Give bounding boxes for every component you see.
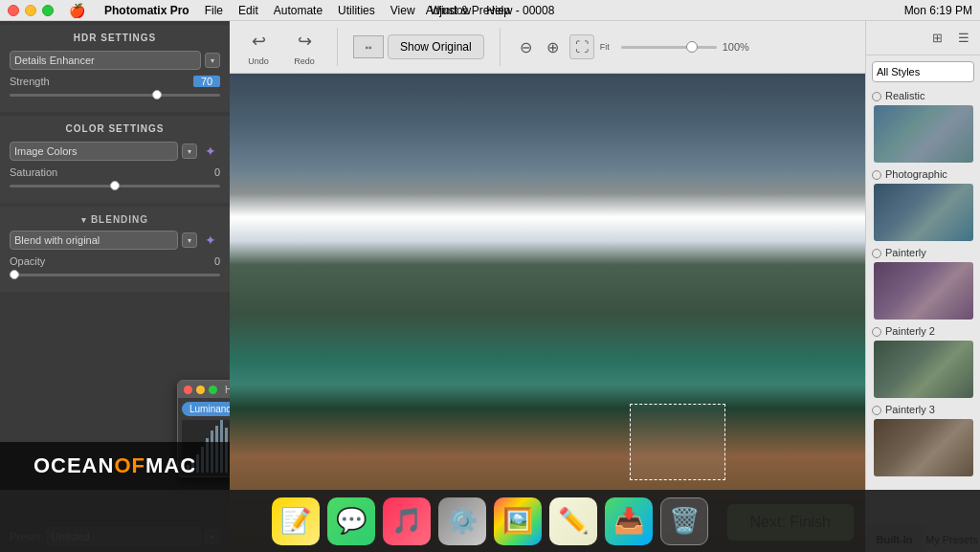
style-painterly2-row: Painterly 2 (866, 323, 980, 341)
right-panel: ⊞ ☰ All Styles Realistic Photographic Pa… (865, 21, 980, 552)
saturation-slider-thumb[interactable] (110, 181, 120, 190)
hdr-select-arrow[interactable]: ▾ (205, 53, 220, 68)
style-painterly2-radio[interactable] (872, 327, 881, 337)
minimize-button[interactable] (25, 5, 36, 16)
menu-automate[interactable]: Automate (274, 4, 323, 17)
hdr-preset-select[interactable]: Details Enhancer (10, 51, 201, 70)
all-styles-dropdown[interactable]: All Styles (872, 61, 974, 82)
histogram-tab-luminance[interactable]: Luminance (182, 402, 230, 416)
menu-file[interactable]: File (205, 4, 223, 17)
dock-messages-icon[interactable]: 💬 (327, 497, 375, 545)
dock-trash-icon[interactable]: 🗑️ (660, 497, 708, 545)
style-realistic-label: Realistic (885, 90, 925, 101)
fit-label: Fit (600, 42, 610, 52)
zoom-slider-container[interactable]: 100% (621, 41, 749, 53)
undo-icon: ↩ (245, 28, 272, 55)
zoom-slider-track (621, 46, 717, 49)
right-panel-toolbar: ⊞ ☰ (866, 21, 980, 55)
strength-slider-container[interactable] (10, 89, 220, 100)
saturation-slider-track (10, 185, 220, 188)
strength-label-row: Strength 70 (10, 76, 220, 87)
style-painterly-label: Painterly (885, 247, 926, 258)
opacity-label-row: Opacity 0 (10, 255, 220, 267)
color-select-arrow[interactable]: ▾ (182, 144, 197, 159)
opacity-label: Opacity (10, 255, 45, 267)
style-painterly3-row: Painterly 3 (866, 402, 980, 419)
style-painterly3-thumbnail[interactable] (874, 419, 973, 476)
zoom-in-button[interactable]: ⊕ (543, 36, 564, 57)
dock-airdrop-icon[interactable]: 📥 (605, 497, 653, 545)
blend-wand-button[interactable]: ✦ (201, 231, 220, 250)
blending-chevron[interactable]: ▾ (81, 215, 87, 225)
undo-button[interactable]: ↩ Undo (241, 28, 276, 66)
opacity-slider-thumb[interactable] (10, 270, 19, 279)
style-painterly-thumbnail[interactable] (874, 262, 973, 320)
color-settings-section: COLOR SETTINGS Image Colors ▾ ✦ Saturati… (0, 116, 230, 203)
dock-system-prefs-icon[interactable]: ⚙️ (438, 497, 486, 545)
saturation-slider-container[interactable] (10, 180, 220, 191)
opacity-slider-container[interactable] (10, 269, 220, 280)
dock-notes-icon[interactable]: 📝 (272, 497, 320, 545)
hist-maximize-button[interactable] (209, 386, 217, 394)
strength-label: Strength (10, 76, 50, 87)
blend-preset-select[interactable]: Blend with original (10, 231, 178, 250)
color-wand-button[interactable]: ✦ (201, 142, 220, 161)
window-title: Adjust & Preview - 00008 (426, 4, 555, 17)
dock-photos-icon[interactable]: 🖼️ (494, 497, 542, 545)
style-realistic-radio[interactable] (872, 92, 881, 101)
zoom-slider-thumb[interactable] (686, 41, 698, 53)
dock: 📝 💬 🎵 ⚙️ 🖼️ ✏️ 📥 🗑️ (0, 490, 980, 552)
close-button[interactable] (8, 5, 19, 16)
saturation-value: 0 (193, 166, 220, 178)
show-original-button[interactable]: Show Original (388, 34, 484, 59)
opacity-slider-track (10, 274, 220, 276)
style-realistic-thumbnail[interactable] (874, 105, 973, 163)
list-view-icon[interactable]: ☰ (953, 28, 974, 49)
center-area: ↩ Undo ↪ Redo ▪▪ Show Original ⊖ ⊕ ⛶ Fit (230, 21, 865, 552)
dock-itunes-icon[interactable]: 🎵 (383, 497, 431, 545)
style-photographic-thumbnail[interactable] (874, 184, 973, 241)
hist-minimize-button[interactable] (196, 386, 205, 394)
redo-label: Redo (294, 56, 315, 66)
strength-slider-thumb[interactable] (152, 90, 162, 99)
strength-slider-track (10, 94, 220, 97)
blending-section: ▾ BLENDING Blend with original ▾ ✦ Opaci… (0, 207, 230, 292)
strength-value: 70 (193, 76, 220, 87)
color-settings-title: COLOR SETTINGS (10, 123, 220, 134)
image-area: Next: Finish (230, 74, 865, 552)
mac-text: MAC (145, 453, 196, 478)
maximize-button[interactable] (42, 5, 54, 16)
style-painterly3-label: Painterly 3 (885, 404, 935, 415)
redo-icon: ↪ (291, 28, 318, 55)
hist-close-button[interactable] (184, 386, 192, 394)
style-photographic-label: Photographic (885, 168, 947, 180)
style-painterly2-label: Painterly 2 (885, 325, 935, 337)
color-preset-select[interactable]: Image Colors (10, 142, 178, 161)
ocean-of-mac-overlay: OCEAN OF MAC (0, 442, 230, 490)
toolbar: ↩ Undo ↪ Redo ▪▪ Show Original ⊖ ⊕ ⛶ Fit (230, 21, 865, 74)
menu-view[interactable]: View (390, 4, 415, 17)
undo-label: Undo (248, 56, 269, 66)
of-text: OF (114, 453, 145, 478)
style-painterly3-radio[interactable] (872, 406, 881, 415)
blending-label: BLENDING (91, 214, 148, 225)
fit-button[interactable]: ⛶ (569, 34, 594, 59)
blending-title: ▾ BLENDING (10, 214, 220, 225)
apple-icon[interactable]: 🍎 (69, 3, 85, 18)
style-painterly2-thumbnail[interactable] (874, 341, 973, 398)
style-painterly-radio[interactable] (872, 249, 881, 258)
menubar: 🍎 Photomatix Pro File Edit Automate Util… (0, 0, 980, 21)
split-view-icon[interactable]: ▪▪ (353, 35, 384, 58)
style-realistic-row: Realistic (866, 88, 980, 105)
traffic-lights (8, 5, 54, 16)
color-preset-row: Image Colors ▾ ✦ (10, 142, 220, 161)
dock-notes2-icon[interactable]: ✏️ (549, 497, 597, 545)
grid-view-icon[interactable]: ⊞ (926, 28, 947, 49)
selection-box[interactable] (630, 404, 725, 480)
redo-button[interactable]: ↪ Redo (287, 28, 322, 66)
zoom-out-button[interactable]: ⊖ (516, 36, 537, 57)
style-photographic-radio[interactable] (872, 170, 881, 180)
blend-select-arrow[interactable]: ▾ (182, 232, 197, 248)
menu-utilities[interactable]: Utilities (338, 4, 375, 17)
menu-edit[interactable]: Edit (238, 4, 258, 17)
